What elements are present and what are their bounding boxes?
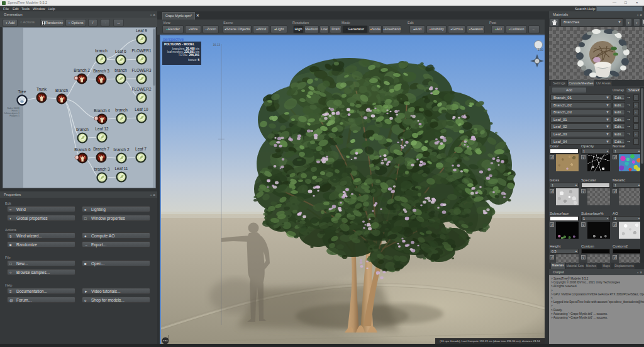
svg-text:Leaf 10: Leaf 10 xyxy=(135,107,148,111)
svg-text:Polygons: 5: Polygons: 5 xyxy=(9,115,19,117)
svg-text:Leaf 6: Leaf 6 xyxy=(115,49,126,54)
svg-text:Branch: Branch xyxy=(55,88,69,93)
svg-text:FLOWER2: FLOWER2 xyxy=(132,87,152,91)
svg-text:Leaf 7: Leaf 7 xyxy=(135,147,147,151)
svg-text:branch: branch xyxy=(114,68,127,72)
svg-text:Leaf 12: Leaf 12 xyxy=(95,127,109,131)
svg-text:Leaf 9: Leaf 9 xyxy=(136,28,147,33)
svg-text:branch: branch xyxy=(76,127,89,132)
svg-text:branch: branch xyxy=(95,48,108,53)
svg-text:Branch 7: Branch 7 xyxy=(93,147,109,151)
svg-text:Branch 3: Branch 3 xyxy=(93,69,109,73)
svg-text:Branch 4: Branch 4 xyxy=(94,108,110,113)
svg-text:branch: branch xyxy=(115,108,128,112)
svg-text:branch 2: branch 2 xyxy=(114,147,130,152)
svg-text:FLOWER3: FLOWER3 xyxy=(132,68,152,72)
svg-text:Trunk: Trunk xyxy=(36,87,47,91)
svg-text:Branch 6: Branch 6 xyxy=(74,147,91,152)
svg-text:Leaf 11: Leaf 11 xyxy=(115,166,128,171)
svg-text:FLOWER1: FLOWER1 xyxy=(132,48,152,53)
svg-text:16.13: 16.13 xyxy=(213,43,221,47)
svg-text:Tree: Tree xyxy=(18,89,26,94)
svg-text:1.00: 1.00 xyxy=(538,48,543,52)
svg-text:Branch 2: Branch 2 xyxy=(74,68,90,72)
svg-text:branch 3: branch 3 xyxy=(94,167,110,171)
